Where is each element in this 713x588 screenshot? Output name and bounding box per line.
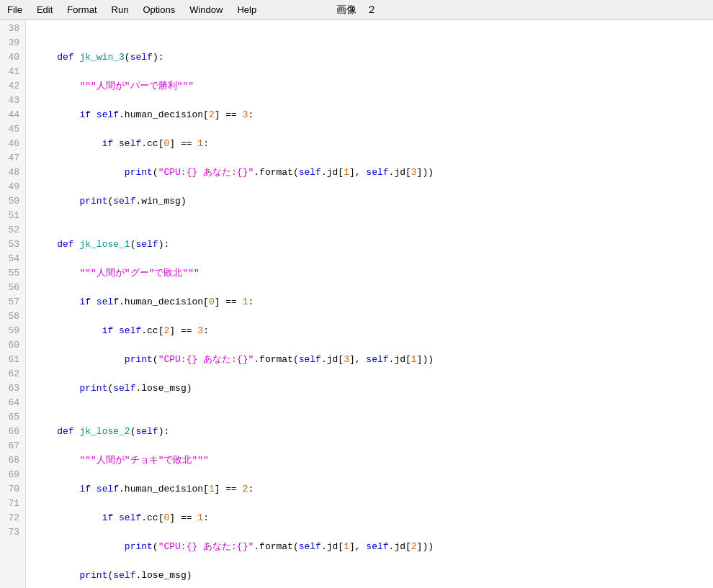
code-line-44: print(self.win_msg)	[35, 194, 713, 209]
window-title: 画像 ２	[336, 4, 377, 17]
code-line-55: if self.human_decision[1] == 2:	[35, 482, 713, 497]
code-line-48: if self.human_decision[0] == 1:	[35, 295, 713, 309]
menu-file[interactable]: File	[0, 3, 30, 17]
code-line-56: if self.cc[0] == 1:	[35, 511, 713, 525]
code-line-41: if self.human_decision[2] == 3:	[35, 108, 713, 122]
menu-help[interactable]: Help	[230, 3, 264, 17]
line-numbers: 38 39 40 41 42 43 44 45 46 47 48 49 50 5…	[0, 20, 26, 588]
code-line-51: print(self.lose_msg)	[35, 381, 713, 396]
code-area[interactable]: def jk_win_3(self): """人間が"パーで勝利""" if s…	[26, 20, 713, 588]
code-line-47: """人間が"グー"で敗北"""	[35, 266, 713, 281]
code-line-46: def jk_lose_1(self):	[35, 238, 713, 252]
code-line-40: """人間が"パーで勝利"""	[35, 79, 713, 94]
code-line-53: def jk_lose_2(self):	[35, 425, 713, 439]
code-line-49: if self.cc[2] == 3:	[35, 324, 713, 338]
menu-edit[interactable]: Edit	[30, 3, 60, 17]
menubar: File Edit Format Run Options Window Help…	[0, 0, 713, 20]
code-line-50: print("CPU:{} あなた:{}".format(self.jd[3],…	[35, 353, 713, 367]
menu-window[interactable]: Window	[182, 3, 230, 17]
editor: 38 39 40 41 42 43 44 45 46 47 48 49 50 5…	[0, 20, 713, 588]
code-line-42: if self.cc[0] == 1:	[35, 137, 713, 151]
code-line-43: print("CPU:{} あなた:{}".format(self.jd[1],…	[35, 166, 713, 180]
code-line-39: def jk_win_3(self):	[35, 50, 713, 65]
code-line-58: print(self.lose_msg)	[35, 569, 713, 583]
menu-options[interactable]: Options	[135, 3, 182, 17]
menu-format[interactable]: Format	[60, 3, 104, 17]
code-line-57: print("CPU:{} あなた:{}".format(self.jd[1],…	[35, 540, 713, 554]
code-line-54: """人間が"チョキ"で敗北"""	[35, 453, 713, 468]
menu-run[interactable]: Run	[104, 3, 136, 17]
